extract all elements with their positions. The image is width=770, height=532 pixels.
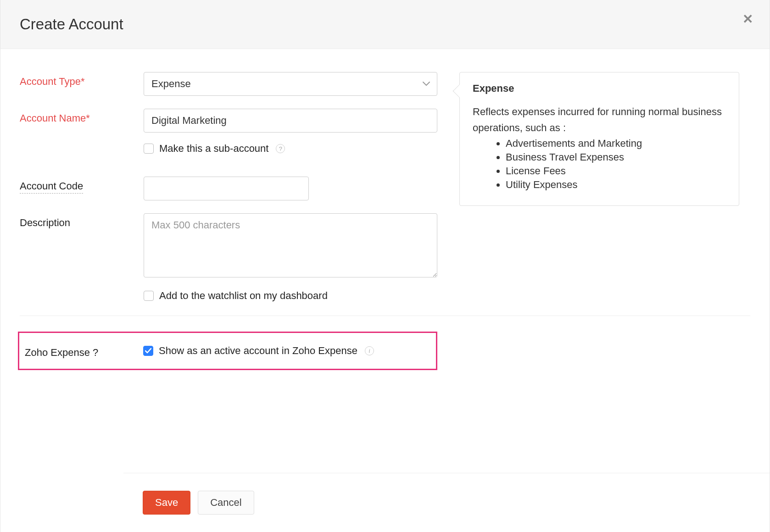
account-type-value[interactable]: Expense	[144, 72, 437, 96]
panel-item: Advertisements and Marketing	[506, 138, 726, 150]
account-type-info-panel: Expense Reflects expenses incurred for r…	[459, 72, 739, 206]
divider	[20, 316, 750, 316]
dialog-body: Account Type* Expense Account Name*	[0, 49, 770, 473]
zoho-active-check[interactable]: Show as an active account in Zoho Expens…	[143, 345, 374, 357]
panel-title: Expense	[473, 83, 726, 94]
panel-item: Utility Expenses	[506, 179, 726, 191]
label-zoho-expense: Zoho Expense ?	[25, 347, 98, 358]
panel-item: License Fees	[506, 165, 726, 177]
row-description: Description	[20, 213, 750, 280]
panel-list: Advertisements and Marketing Business Tr…	[473, 138, 726, 191]
close-icon[interactable]: ✕	[742, 13, 753, 26]
zoho-active-label: Show as an active account in Zoho Expens…	[159, 345, 357, 357]
cancel-button[interactable]: Cancel	[198, 491, 254, 515]
dialog-header: Create Account ✕	[0, 0, 770, 49]
watchlist-label: Add to the watchlist on my dashboard	[159, 290, 328, 302]
label-account-name: Account Name*	[20, 112, 90, 124]
account-type-select[interactable]: Expense	[144, 72, 437, 96]
row-watchlist: Add to the watchlist on my dashboard	[20, 290, 750, 302]
zoho-expense-highlight: Zoho Expense ? Show as an active account…	[18, 332, 437, 370]
create-account-dialog: Create Account ✕ Account Type* Expense A…	[0, 0, 770, 532]
description-textarea[interactable]	[144, 213, 437, 277]
label-account-type: Account Type*	[20, 76, 84, 87]
dialog-footer: Save Cancel	[123, 473, 770, 532]
checkbox-watchlist[interactable]	[144, 291, 154, 301]
label-description: Description	[20, 217, 70, 228]
help-icon[interactable]: ?	[276, 144, 285, 153]
info-icon[interactable]: i	[365, 346, 374, 355]
account-name-input[interactable]	[144, 109, 437, 133]
save-button[interactable]: Save	[143, 491, 190, 515]
account-code-input[interactable]	[144, 177, 309, 200]
panel-item: Business Travel Expenses	[506, 151, 726, 163]
panel-intro: Reflects expenses incurred for running n…	[473, 104, 726, 136]
label-account-code: Account Code	[20, 180, 83, 194]
dialog-title: Create Account	[20, 16, 750, 33]
watchlist-check[interactable]: Add to the watchlist on my dashboard	[144, 290, 437, 302]
checkbox-zoho-active[interactable]	[143, 346, 153, 356]
sub-account-label: Make this a sub-account	[159, 143, 268, 155]
checkbox-sub-account[interactable]	[144, 144, 154, 154]
sub-account-check[interactable]: Make this a sub-account ?	[144, 143, 437, 155]
